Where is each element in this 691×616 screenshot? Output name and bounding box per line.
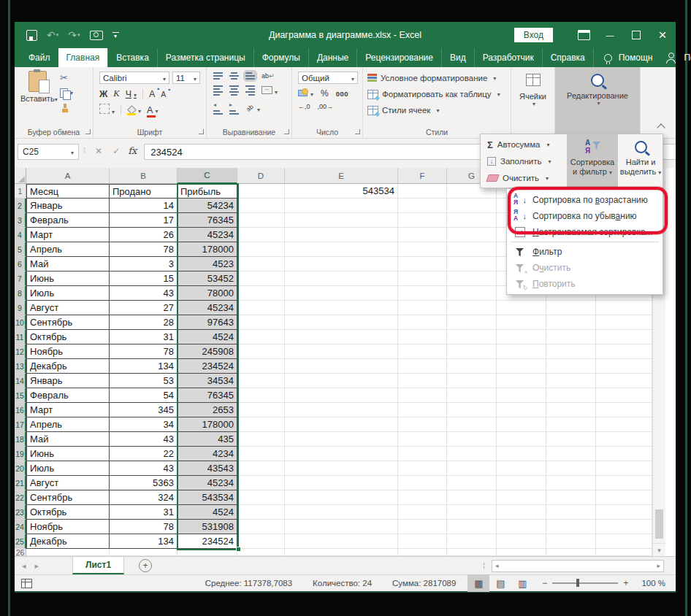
next-sheet-icon[interactable] xyxy=(35,561,39,571)
macro-record-icon[interactable] xyxy=(21,579,32,588)
row-header-11[interactable]: 11 xyxy=(15,330,26,344)
increase-indent-button[interactable] xyxy=(229,101,239,114)
ribbon-tab-6[interactable]: Рецензирование xyxy=(356,48,441,67)
orientation-button[interactable] xyxy=(245,101,260,115)
cell-C24[interactable]: 531908 xyxy=(177,520,237,534)
decrease-indent-button[interactable] xyxy=(213,101,223,114)
cell-D24[interactable] xyxy=(237,520,285,534)
cell-D17[interactable] xyxy=(237,417,285,432)
cell[interactable] xyxy=(285,549,398,556)
cell-A3[interactable]: Февраль xyxy=(26,213,110,228)
cell-A10[interactable]: Сентябрь xyxy=(26,315,110,330)
italic-button[interactable]: К xyxy=(113,88,119,99)
sign-in-button[interactable]: Вход xyxy=(514,28,553,42)
cell-A24[interactable]: Ноябрь xyxy=(26,520,110,534)
cell-B23[interactable]: 31 xyxy=(110,505,177,520)
ribbon-tab-7[interactable]: Вид xyxy=(441,48,474,67)
cell-F21[interactable] xyxy=(398,476,447,490)
enter-icon[interactable]: ✓ xyxy=(112,146,120,156)
ribbon-tab-8[interactable]: Разработчик xyxy=(474,48,542,67)
cell[interactable] xyxy=(546,549,596,556)
cell-x25[interactable] xyxy=(596,534,652,549)
cell-G11[interactable] xyxy=(447,330,497,344)
cell-F19[interactable] xyxy=(398,447,447,461)
cell-B5[interactable]: 78 xyxy=(110,242,177,257)
cell-A22[interactable]: Сентябрь xyxy=(26,490,110,505)
cell-D2[interactable] xyxy=(237,199,285,213)
column-header-C[interactable]: C xyxy=(177,168,237,184)
cell-x21[interactable] xyxy=(497,476,546,490)
cell-x14[interactable] xyxy=(497,374,546,388)
cell-G15[interactable] xyxy=(447,388,497,403)
row-header-15[interactable]: 15 xyxy=(15,388,26,403)
cell-B4[interactable]: 26 xyxy=(110,228,177,242)
cell-A9[interactable]: Август xyxy=(26,301,110,315)
ribbon-tab-0[interactable]: Файл xyxy=(20,48,58,67)
cell-C21[interactable]: 45234 xyxy=(177,476,237,490)
cell-D4[interactable] xyxy=(237,228,285,242)
cell-G14[interactable] xyxy=(447,374,497,388)
fill-color-button[interactable] xyxy=(127,105,141,115)
cell-x10[interactable] xyxy=(596,315,652,330)
cell-x20[interactable] xyxy=(596,461,652,476)
percent-style-button[interactable]: % xyxy=(321,88,329,99)
editing-button[interactable]: Редактирование xyxy=(555,67,640,138)
cell-D3[interactable] xyxy=(237,213,285,228)
close-button[interactable] xyxy=(649,22,676,48)
cell-A13[interactable]: Декабрь xyxy=(26,359,110,374)
cell-C14[interactable]: 34534 xyxy=(177,374,237,388)
column-header-E[interactable]: E xyxy=(285,168,398,184)
cell-G22[interactable] xyxy=(447,490,497,505)
row-header-22[interactable]: 22 xyxy=(15,490,26,505)
row-header-12[interactable]: 12 xyxy=(15,344,26,359)
cell-x18[interactable] xyxy=(497,432,546,447)
cell-G18[interactable] xyxy=(447,432,497,447)
cell-F7[interactable] xyxy=(398,272,447,286)
cell-x15[interactable] xyxy=(596,388,652,403)
cell-x17[interactable] xyxy=(546,417,596,432)
cell-E4[interactable] xyxy=(285,228,398,242)
row-header-18[interactable]: 18 xyxy=(15,432,26,447)
cell-C13[interactable]: 234524 xyxy=(177,359,237,374)
cell-B22[interactable]: 324 xyxy=(110,490,177,505)
number-format-select[interactable]: Общий xyxy=(298,72,358,84)
minimize-button[interactable] xyxy=(597,22,623,48)
cell-B18[interactable]: 43 xyxy=(110,432,177,447)
cell-C7[interactable]: 53452 xyxy=(177,272,237,286)
cell-x9[interactable] xyxy=(596,301,652,315)
cell-A6[interactable]: Май xyxy=(26,257,110,272)
cell-E3[interactable] xyxy=(285,213,398,228)
cut-button[interactable] xyxy=(60,72,73,82)
cell[interactable] xyxy=(237,549,285,556)
cell-x11[interactable] xyxy=(596,330,652,344)
cell-E19[interactable] xyxy=(285,447,398,461)
cell-x22[interactable] xyxy=(497,490,546,505)
previous-sheet-icon[interactable] xyxy=(22,561,26,571)
copy-button[interactable] xyxy=(60,88,73,98)
cell-G8[interactable] xyxy=(447,286,497,301)
cell-D18[interactable] xyxy=(237,432,285,447)
row-header-14[interactable]: 14 xyxy=(15,374,26,388)
cell-F6[interactable] xyxy=(398,257,447,272)
vertical-scrollbar-thumb[interactable] xyxy=(655,509,663,539)
cell-D6[interactable] xyxy=(237,257,285,272)
cell-x16[interactable] xyxy=(546,403,596,417)
row-header-1[interactable]: 1 xyxy=(15,184,26,199)
cell-x20[interactable] xyxy=(546,461,596,476)
cell-E2[interactable] xyxy=(285,199,398,213)
cell-x18[interactable] xyxy=(596,432,652,447)
dialog-launcher-icon[interactable] xyxy=(199,129,204,134)
cell-D19[interactable] xyxy=(237,447,285,461)
row-header-9[interactable]: 9 xyxy=(15,301,26,315)
cell-D16[interactable] xyxy=(237,403,285,417)
cell-D1[interactable] xyxy=(237,184,285,199)
row-header-20[interactable]: 20 xyxy=(15,461,26,476)
cell-G10[interactable] xyxy=(447,315,497,330)
name-box[interactable]: C25 xyxy=(18,144,79,160)
cell-C11[interactable]: 4524 xyxy=(177,330,237,344)
cell-x25[interactable] xyxy=(546,534,596,549)
cell-A8[interactable]: Июль xyxy=(26,286,110,301)
cell-C18[interactable]: 435 xyxy=(177,432,237,447)
cell-x15[interactable] xyxy=(497,388,546,403)
cell-F23[interactable] xyxy=(398,505,447,520)
